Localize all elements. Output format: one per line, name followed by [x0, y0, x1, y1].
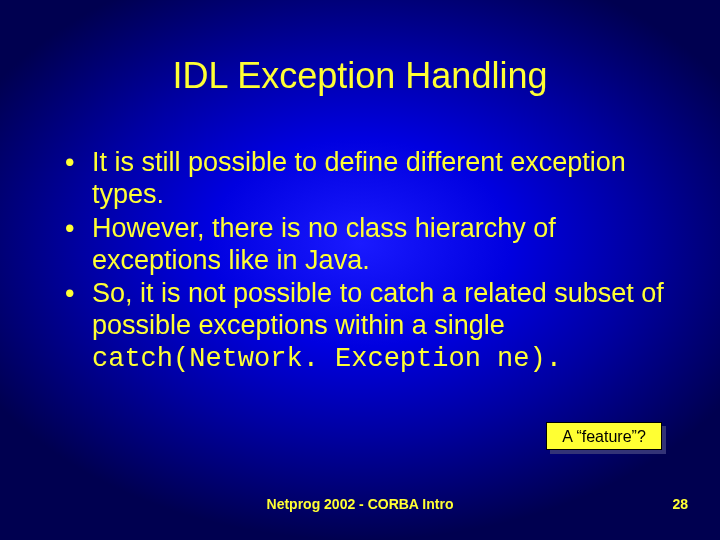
bullet-item-3: So, it is not possible to catch a relate…: [60, 278, 670, 376]
bullet-3-text: So, it is not possible to catch a relate…: [92, 278, 664, 340]
bullet-item-2: However, there is no class hierarchy of …: [60, 213, 670, 277]
page-number: 28: [672, 496, 688, 512]
bullet-3-code: catch(Network. Exception ne).: [92, 344, 562, 374]
bullet-item-1: It is still possible to define different…: [60, 147, 670, 211]
callout-label: A “feature”?: [546, 422, 662, 450]
slide-title: IDL Exception Handling: [0, 0, 720, 97]
slide: IDL Exception Handling It is still possi…: [0, 0, 720, 540]
bullet-list: It is still possible to define different…: [0, 147, 720, 376]
slide-footer: Netprog 2002 - CORBA Intro 28: [0, 496, 720, 512]
callout-box: A “feature”?: [546, 422, 662, 450]
footer-text: Netprog 2002 - CORBA Intro: [0, 496, 720, 512]
